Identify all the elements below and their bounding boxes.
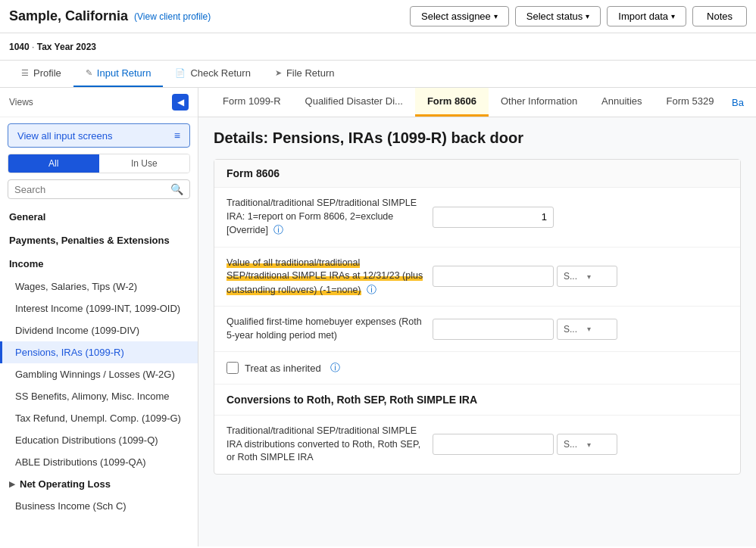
conversion-label: Traditional/traditional SEP/traditional … [226, 425, 423, 465]
chevron-down-icon: ▾ [494, 12, 498, 20]
conversion-input[interactable] [433, 434, 554, 455]
sidebar-item-wages[interactable]: Wages, Salaries, Tips (W-2) [0, 276, 198, 297]
sidebar-views-header: Views ◀ [0, 88, 198, 117]
tab-file-return[interactable]: ➤ File Return [263, 61, 347, 87]
header-actions: Select assignee ▾ Select status ▾ Import… [410, 6, 747, 26]
sidebar-item-dividend[interactable]: Dividend Income (1099-DIV) [0, 319, 198, 341]
checkbox-row-inherited: Treat as inherited ⓘ [214, 352, 740, 385]
form-card-header: Form 8606 [214, 160, 740, 188]
client-name: Sample, California [9, 8, 128, 24]
tab-profile[interactable]: ☰ Profile [9, 61, 73, 87]
sidebar-views-label: Views [9, 97, 33, 107]
view-all-screens-button[interactable]: View all input screens ≡ [8, 123, 190, 148]
filter-all-button[interactable]: All [8, 154, 99, 173]
sidebar-item-interest[interactable]: Interest Income (1099-INT, 1099-OID) [0, 297, 198, 319]
select-status-button[interactable]: Select status ▾ [515, 6, 601, 26]
treat-inherited-checkbox[interactable] [226, 362, 239, 374]
search-icon: 🔍 [170, 183, 183, 195]
chevron-down-icon: ▾ [671, 12, 675, 20]
form-row-homebuyer: Qualified first-time homebuyer expenses … [214, 307, 740, 352]
homebuyer-input[interactable] [433, 319, 554, 340]
chevron-down-icon: ▾ [587, 272, 611, 281]
chevron-right-icon: ▶ [9, 480, 15, 488]
sidebar-item-tax-refund[interactable]: Tax Refund, Unempl. Comp. (1099-G) [0, 407, 198, 429]
content-body: Details: Pensions, IRAs (1099-R) back do… [198, 117, 756, 546]
filter-buttons: All In Use [8, 154, 190, 173]
homebuyer-label: Qualified first-time homebuyer expenses … [226, 316, 423, 342]
treat-inherited-label: Treat as inherited [245, 363, 321, 374]
content-area: Form 1099-R Qualified Disaster Di... For… [198, 88, 756, 546]
sidebar-section-income[interactable]: Income [0, 252, 198, 276]
edit-icon: ✎ [86, 68, 92, 78]
form-row-value-traditional: Value of all traditional/traditional SEP… [214, 248, 740, 307]
form-row-conversion: Traditional/traditional SEP/traditional … [214, 416, 740, 474]
sidebar-item-pensions[interactable]: Pensions, IRAs (1099-R) [0, 341, 198, 363]
filter-in-use-button[interactable]: In Use [99, 154, 190, 173]
list-icon: ≡ [174, 129, 180, 142]
page-title: Details: Pensions, IRAs (1099-R) back do… [214, 129, 741, 147]
conversions-section-label: Conversions to Roth, Roth SEP, Roth SIMP… [214, 385, 740, 416]
help-icon-3[interactable]: ⓘ [330, 361, 340, 375]
document-icon: 📄 [175, 68, 186, 78]
sidebar: Views ◀ View all input screens ≡ All In … [0, 88, 198, 546]
header-left: Sample, California (View client profile) [9, 8, 410, 24]
sidebar-item-education[interactable]: Education Distributions (1099-Q) [0, 429, 198, 451]
back-button[interactable]: Ba [732, 89, 744, 116]
tab-qualified-disaster[interactable]: Qualified Disaster Di... [293, 88, 415, 117]
help-icon[interactable]: ⓘ [273, 224, 283, 235]
sidebar-section-general[interactable]: General [0, 205, 198, 229]
tab-form-8606[interactable]: Form 8606 [415, 88, 489, 117]
chevron-down-icon: ▾ [587, 325, 611, 333]
value-traditional-input-group: S... ▾ [433, 266, 617, 287]
tab-other-information[interactable]: Other Information [489, 88, 589, 117]
help-icon-2[interactable]: ⓘ [367, 284, 376, 295]
conversion-input-group: S... ▾ [433, 434, 617, 455]
value-traditional-dropdown[interactable]: S... ▾ [557, 266, 617, 287]
top-header: Sample, California (View client profile)… [0, 0, 756, 33]
send-icon: ➤ [275, 68, 282, 78]
tab-check-return[interactable]: 📄 Check Return [163, 61, 262, 87]
tab-form-5329[interactable]: Form 5329 [654, 88, 726, 117]
value-traditional-label: Value of all traditional/traditional SEP… [226, 257, 423, 297]
sidebar-item-ss-benefits[interactable]: SS Benefits, Alimony, Misc. Income [0, 385, 198, 407]
view-profile-link[interactable]: (View client profile) [134, 11, 211, 22]
traditional-ira-label: Traditional/traditional SEP/traditional … [226, 197, 423, 238]
form-8606-card: Form 8606 Traditional/traditional SEP/tr… [214, 159, 741, 475]
chevron-down-icon: ▾ [587, 441, 611, 449]
sidebar-item-business-income[interactable]: Business Income (Sch C) [0, 495, 198, 517]
sidebar-item-able[interactable]: ABLE Distributions (1099-QA) [0, 451, 198, 473]
sidebar-section-payments[interactable]: Payments, Penalties & Extensions [0, 229, 198, 252]
sidebar-list: General Payments, Penalties & Extensions… [0, 205, 198, 546]
form-row-traditional-ira: Traditional/traditional SEP/traditional … [214, 188, 740, 248]
import-data-button[interactable]: Import data ▾ [607, 6, 686, 26]
sidebar-group-net-operating-loss[interactable]: ▶ Net Operating Loss [0, 473, 198, 495]
sub-header: 1040 · Tax Year 2023 [0, 33, 756, 61]
content-tabs: Form 1099-R Qualified Disaster Di... For… [198, 88, 756, 117]
tab-input-return[interactable]: ✎ Input Return [73, 61, 164, 87]
notes-button[interactable]: Notes [692, 6, 747, 26]
conversion-dropdown[interactable]: S... ▾ [557, 434, 617, 455]
main-layout: Views ◀ View all input screens ≡ All In … [0, 88, 756, 546]
search-box: 🔍 [8, 179, 190, 199]
tax-info: 1040 · Tax Year 2023 [9, 42, 96, 52]
sidebar-item-gambling[interactable]: Gambling Winnings / Losses (W-2G) [0, 363, 198, 385]
profile-tab-icon: ☰ [21, 68, 29, 78]
chevron-down-icon: ▾ [586, 12, 589, 20]
nav-tabs: ☰ Profile ✎ Input Return 📄 Check Return … [0, 61, 756, 88]
value-traditional-input[interactable] [433, 266, 554, 287]
select-assignee-button[interactable]: Select assignee ▾ [410, 6, 509, 26]
tab-annuities[interactable]: Annuities [589, 88, 654, 117]
homebuyer-dropdown[interactable]: S... ▾ [557, 319, 617, 340]
search-input[interactable] [14, 184, 166, 195]
traditional-ira-input[interactable] [433, 207, 554, 228]
tab-form-1099r[interactable]: Form 1099-R [211, 88, 293, 117]
homebuyer-input-group: S... ▾ [433, 319, 617, 340]
sidebar-collapse-button[interactable]: ◀ [172, 94, 189, 111]
